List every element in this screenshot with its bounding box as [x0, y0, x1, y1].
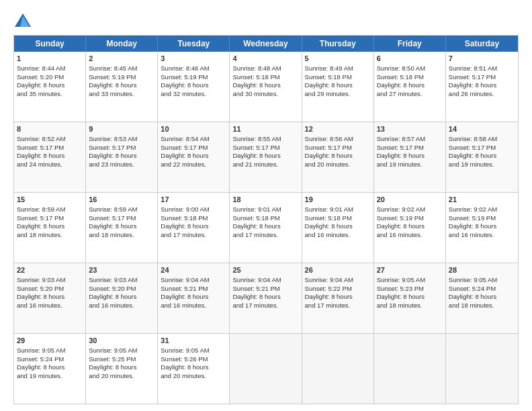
- day-info-line: Sunset: 5:17 PM: [377, 144, 443, 152]
- day-info-line: Sunset: 5:20 PM: [89, 285, 154, 293]
- day-number: 6: [377, 54, 443, 64]
- day-cell-18: 18Sunrise: 9:01 AMSunset: 5:18 PMDayligh…: [230, 193, 302, 263]
- day-info-line: and 20 minutes.: [89, 372, 154, 381]
- day-info-line: Sunrise: 8:55 AM: [232, 135, 298, 144]
- day-info-line: Daylight: 8 hours: [89, 81, 154, 90]
- day-cell-30: 30Sunrise: 9:05 AMSunset: 5:25 PMDayligh…: [86, 334, 158, 404]
- calendar-week-5: 29Sunrise: 9:05 AMSunset: 5:24 PMDayligh…: [14, 333, 518, 404]
- day-info-line: and 29 minutes.: [305, 90, 371, 99]
- day-info-line: and 17 minutes.: [305, 302, 371, 310]
- day-info-line: Daylight: 8 hours: [17, 81, 83, 90]
- day-cell-6: 6Sunrise: 8:50 AMSunset: 5:18 PMDaylight…: [374, 52, 446, 122]
- empty-cell: [374, 334, 446, 404]
- day-info-line: and 19 minutes.: [377, 161, 443, 169]
- day-info-line: Sunset: 5:19 PM: [89, 73, 154, 82]
- day-info-line: Sunrise: 8:56 AM: [305, 135, 371, 144]
- day-info-line: Daylight: 8 hours: [449, 152, 515, 161]
- day-info-line: and 18 minutes.: [89, 231, 154, 240]
- day-info-line: and 20 minutes.: [161, 372, 226, 381]
- day-number: 3: [161, 54, 226, 64]
- logo-icon: [13, 12, 32, 31]
- day-number: 21: [449, 195, 515, 205]
- day-cell-28: 28Sunrise: 9:05 AMSunset: 5:24 PMDayligh…: [446, 263, 518, 333]
- day-number: 2: [89, 54, 154, 64]
- day-info-line: and 26 minutes.: [449, 90, 515, 99]
- day-info-line: and 16 minutes.: [305, 231, 371, 240]
- day-cell-4: 4Sunrise: 8:48 AMSunset: 5:18 PMDaylight…: [230, 52, 302, 122]
- day-cell-13: 13Sunrise: 8:57 AMSunset: 5:17 PMDayligh…: [374, 122, 446, 192]
- day-cell-19: 19Sunrise: 9:01 AMSunset: 5:18 PMDayligh…: [302, 193, 374, 263]
- day-info-line: Sunrise: 9:03 AM: [17, 276, 83, 285]
- day-info-line: Sunset: 5:20 PM: [17, 73, 83, 82]
- day-cell-17: 17Sunrise: 9:00 AMSunset: 5:18 PMDayligh…: [158, 193, 230, 263]
- day-info-line: Sunset: 5:26 PM: [161, 355, 226, 364]
- day-info-line: Daylight: 8 hours: [449, 293, 515, 302]
- day-info-line: Daylight: 8 hours: [232, 152, 298, 161]
- day-info-line: Daylight: 8 hours: [89, 222, 154, 231]
- day-number: 18: [232, 195, 298, 205]
- day-info-line: Daylight: 8 hours: [89, 152, 154, 161]
- day-info-line: and 19 minutes.: [449, 161, 515, 169]
- day-info-line: Daylight: 8 hours: [449, 222, 515, 231]
- day-info-line: Daylight: 8 hours: [17, 363, 83, 372]
- day-info-line: Sunrise: 9:00 AM: [161, 205, 226, 214]
- day-info-line: Daylight: 8 hours: [161, 293, 226, 302]
- day-number: 8: [17, 124, 83, 134]
- day-cell-2: 2Sunrise: 8:45 AMSunset: 5:19 PMDaylight…: [86, 52, 158, 122]
- day-info-line: Sunset: 5:17 PM: [232, 144, 298, 152]
- day-info-line: Sunrise: 8:44 AM: [17, 64, 83, 73]
- day-info-line: Sunrise: 8:49 AM: [305, 64, 371, 73]
- calendar-header: SundayMondayTuesdayWednesdayThursdayFrid…: [14, 36, 518, 52]
- day-number: 20: [377, 195, 443, 205]
- calendar-body: 1Sunrise: 8:44 AMSunset: 5:20 PMDaylight…: [14, 52, 518, 404]
- day-info-line: and 16 minutes.: [377, 231, 443, 240]
- header-cell-friday: Friday: [374, 36, 446, 52]
- day-info-line: Sunrise: 9:03 AM: [89, 276, 154, 285]
- day-info-line: Sunset: 5:18 PM: [305, 73, 371, 82]
- calendar: SundayMondayTuesdayWednesdayThursdayFrid…: [13, 35, 519, 404]
- day-info-line: and 17 minutes.: [232, 231, 298, 240]
- header-cell-sunday: Sunday: [14, 36, 86, 52]
- day-number: 19: [305, 195, 371, 205]
- day-info-line: Sunset: 5:24 PM: [449, 285, 515, 293]
- day-info-line: Daylight: 8 hours: [377, 152, 443, 161]
- day-info-line: Sunset: 5:17 PM: [89, 144, 154, 152]
- day-info-line: and 27 minutes.: [377, 90, 443, 99]
- day-info-line: and 18 minutes.: [377, 302, 443, 310]
- day-cell-25: 25Sunrise: 9:04 AMSunset: 5:21 PMDayligh…: [230, 263, 302, 333]
- day-info-line: Sunset: 5:24 PM: [17, 355, 83, 364]
- day-info-line: Sunset: 5:25 PM: [89, 355, 154, 364]
- day-cell-11: 11Sunrise: 8:55 AMSunset: 5:17 PMDayligh…: [230, 122, 302, 192]
- empty-cell: [446, 334, 518, 404]
- day-number: 26: [305, 265, 371, 275]
- day-info-line: Sunset: 5:19 PM: [161, 73, 226, 82]
- day-info-line: Daylight: 8 hours: [305, 293, 371, 302]
- day-cell-3: 3Sunrise: 8:46 AMSunset: 5:19 PMDaylight…: [158, 52, 230, 122]
- day-info-line: Sunset: 5:23 PM: [377, 285, 443, 293]
- page-header: [13, 12, 519, 31]
- day-info-line: Daylight: 8 hours: [377, 222, 443, 231]
- day-cell-14: 14Sunrise: 8:58 AMSunset: 5:17 PMDayligh…: [446, 122, 518, 192]
- day-info-line: Daylight: 8 hours: [305, 222, 371, 231]
- day-cell-23: 23Sunrise: 9:03 AMSunset: 5:20 PMDayligh…: [86, 263, 158, 333]
- day-cell-7: 7Sunrise: 8:51 AMSunset: 5:17 PMDaylight…: [446, 52, 518, 122]
- day-info-line: Daylight: 8 hours: [232, 222, 298, 231]
- day-info-line: Sunrise: 8:59 AM: [17, 205, 83, 214]
- day-info-line: and 32 minutes.: [161, 90, 226, 99]
- day-info-line: Sunset: 5:17 PM: [305, 144, 371, 152]
- day-info-line: Daylight: 8 hours: [305, 81, 371, 90]
- day-info-line: Sunrise: 8:45 AM: [89, 64, 154, 73]
- day-info-line: and 18 minutes.: [17, 231, 83, 240]
- day-info-line: Daylight: 8 hours: [161, 222, 226, 231]
- day-info-line: and 23 minutes.: [89, 161, 154, 169]
- day-info-line: Sunset: 5:19 PM: [377, 214, 443, 223]
- day-info-line: Daylight: 8 hours: [377, 81, 443, 90]
- day-info-line: and 22 minutes.: [161, 161, 226, 169]
- day-info-line: and 17 minutes.: [232, 302, 298, 310]
- day-number: 27: [377, 265, 443, 275]
- day-info-line: Sunrise: 9:02 AM: [377, 205, 443, 214]
- day-number: 11: [232, 124, 298, 134]
- day-info-line: and 19 minutes.: [17, 372, 83, 381]
- day-info-line: Daylight: 8 hours: [449, 81, 515, 90]
- day-info-line: Sunset: 5:17 PM: [89, 214, 154, 223]
